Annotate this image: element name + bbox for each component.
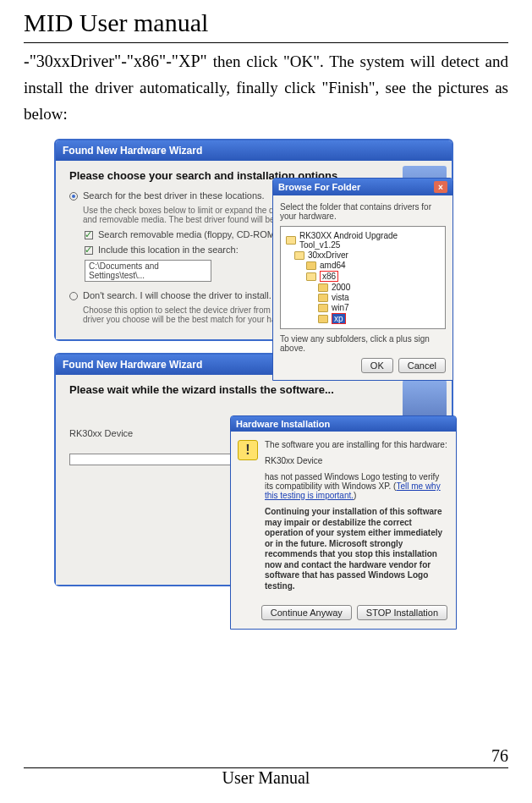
body-paragraph: -"30xxDriver"-"x86"-"XP" then click "OK"… xyxy=(24,48,508,127)
warn-device: RK30xx Device xyxy=(265,456,447,465)
hardware-installation-dialog: Hardware Installation ! The software you… xyxy=(230,415,457,630)
tree-item-x86[interactable]: x86 xyxy=(306,271,440,282)
wizard-title-text: Found New Hardware Wizard xyxy=(63,145,202,157)
folder-icon xyxy=(318,315,328,323)
close-icon[interactable]: × xyxy=(434,181,447,193)
tree-item-win7[interactable]: win7 xyxy=(318,303,440,312)
tree-label: x86 xyxy=(320,271,338,282)
wizard-title-text: Found New Hardware Wizard xyxy=(63,359,202,371)
stop-installation-button[interactable]: STOP Installation xyxy=(357,605,447,620)
tree-item-2000[interactable]: 2000 xyxy=(318,283,440,292)
tree-item-xp[interactable]: xp xyxy=(318,313,440,324)
continue-anyway-button[interactable]: Continue Anyway xyxy=(261,605,352,620)
page-title: MID User manual xyxy=(24,8,508,37)
ok-button[interactable]: OK xyxy=(361,358,393,373)
tree-label: vista xyxy=(332,293,349,302)
tree-label: win7 xyxy=(332,303,349,312)
tree-item-vista[interactable]: vista xyxy=(318,293,440,302)
folder-icon xyxy=(318,283,328,292)
browse-titlebar: Browse For Folder × xyxy=(273,179,452,195)
wizard-window: Found New Hardware Wizard Please choose … xyxy=(54,139,453,341)
browse-body: Select the folder that contains drivers … xyxy=(273,195,452,380)
checkbox-icon xyxy=(85,231,93,239)
cancel-button[interactable]: Cancel xyxy=(398,358,446,373)
wizard-heading: Please wait while the wizard installs th… xyxy=(69,383,438,396)
browse-title-text: Browse For Folder xyxy=(278,182,360,192)
figures-area: Found New Hardware Wizard Please choose … xyxy=(24,139,508,586)
tree-root[interactable]: RK30XX Android Upgrade Tool_v1.25 xyxy=(286,231,440,250)
tree-item-driver[interactable]: 30xxDriver xyxy=(294,250,440,260)
folder-icon xyxy=(294,251,304,260)
folder-icon xyxy=(306,272,316,281)
tree-label: amd64 xyxy=(320,261,346,270)
folder-icon xyxy=(318,294,328,302)
option-label: Don't search. I will choose the driver t… xyxy=(83,290,271,300)
warning-icon: ! xyxy=(238,440,258,460)
warn-titlebar: Hardware Installation xyxy=(231,416,456,432)
browse-buttons: OK Cancel xyxy=(280,358,446,373)
tree-label: RK30XX Android Upgrade Tool_v1.25 xyxy=(299,231,440,250)
folder-tree[interactable]: RK30XX Android Upgrade Tool_v1.25 30xxDr… xyxy=(280,226,446,329)
path-input[interactable]: C:\Documents and Settings\test\... xyxy=(85,260,211,282)
option-label: Search for the best driver in these loca… xyxy=(83,190,265,201)
warn-body: ! The software you are installing for th… xyxy=(231,432,456,600)
warn-buttons: Continue Anyway STOP Installation xyxy=(231,600,456,629)
tree-label: 2000 xyxy=(332,283,350,292)
radio-icon xyxy=(69,192,78,201)
radio-icon xyxy=(69,292,78,300)
page-number: 76 xyxy=(24,746,508,766)
page-footer: 76 User Manual xyxy=(24,768,508,788)
tree-label: xp xyxy=(332,313,346,324)
warn-line-2: has not passed Windows Logo testing to v… xyxy=(265,472,447,500)
folder-icon xyxy=(286,236,296,245)
warn-bold-text: Continuing your installation of this sof… xyxy=(265,507,447,591)
footer-label: User Manual xyxy=(24,768,508,788)
tree-item-amd64[interactable]: amd64 xyxy=(306,261,440,270)
checkbox-icon xyxy=(85,246,93,255)
wizard-window-install: Found New Hardware Wizard Please wait wh… xyxy=(54,353,453,586)
browse-message: Select the folder that contains drivers … xyxy=(280,202,446,221)
warn-line-1: The software you are installing for this… xyxy=(265,440,447,449)
browse-for-folder-dialog: Browse For Folder × Select the folder th… xyxy=(272,178,453,381)
checkbox-label: Include this location in the search: xyxy=(98,245,239,255)
folder-icon xyxy=(306,261,316,270)
wizard-titlebar: Found New Hardware Wizard xyxy=(56,140,452,161)
checkbox-label: Search removable media (floppy, CD-ROM..… xyxy=(98,229,286,239)
path-breadcrumb: -"30xxDriver"-"x86"-"XP" xyxy=(24,52,207,70)
warn-text-end: ) xyxy=(354,491,356,500)
divider-top xyxy=(24,42,508,43)
browse-note: To view any subfolders, click a plus sig… xyxy=(280,334,446,353)
folder-icon xyxy=(318,304,328,312)
tree-label: 30xxDriver xyxy=(308,250,348,260)
screenshot-2: Found New Hardware Wizard Please wait wh… xyxy=(54,353,508,586)
wizard-body: Please choose your search and installati… xyxy=(56,161,452,339)
warn-title-text: Hardware Installation xyxy=(236,419,330,429)
wizard-body: Please wait while the wizard installs th… xyxy=(56,375,452,585)
screenshot-1: Found New Hardware Wizard Please choose … xyxy=(54,139,508,341)
